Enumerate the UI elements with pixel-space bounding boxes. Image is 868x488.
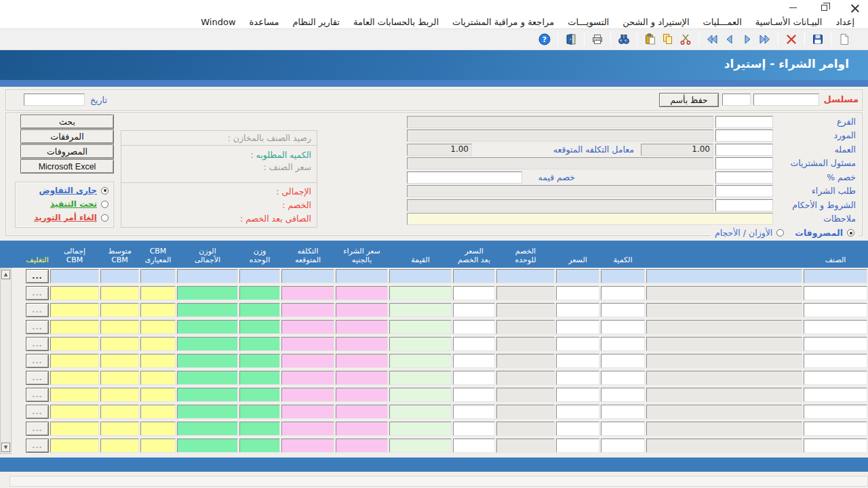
discount-value-input[interactable] (407, 171, 522, 184)
cell-total-weight[interactable] (177, 286, 238, 300)
cell-average-cbm[interactable] (100, 439, 139, 453)
cell-quantity[interactable] (601, 405, 645, 419)
cell-total-cbm[interactable] (50, 286, 99, 300)
cell-total-weight[interactable] (177, 388, 238, 402)
cell-price-after-discount[interactable] (453, 405, 495, 419)
cell-quantity[interactable] (601, 303, 645, 317)
cell-unit-discount[interactable] (496, 269, 555, 283)
cell-average-cbm[interactable] (100, 388, 139, 402)
purchase-request-input[interactable] (715, 185, 773, 197)
cell-price-after-discount[interactable] (453, 286, 495, 300)
cell-item-name[interactable] (646, 303, 802, 317)
radio-weights-icon[interactable] (776, 229, 784, 237)
cell-total-weight[interactable] (177, 422, 238, 436)
cell-total-weight[interactable] (177, 303, 238, 317)
menu-settlements[interactable]: التسويـــات (561, 17, 616, 27)
cell-unit-discount[interactable] (496, 337, 555, 351)
cell-value[interactable] (389, 388, 452, 402)
cell-total-cbm[interactable] (50, 269, 99, 283)
terms-input[interactable] (715, 199, 773, 211)
cell-unit-weight[interactable] (239, 303, 280, 317)
grid-header-unit-discount[interactable]: الخصمللوحده (496, 241, 555, 268)
cell-expected-cost[interactable] (281, 405, 334, 419)
packaging-ellipsis-button[interactable]: ... (26, 422, 49, 436)
scroll-up-button[interactable]: ▲ (1, 270, 10, 279)
cell-total-cbm[interactable] (50, 320, 99, 334)
cell-purchase-price-egp[interactable] (336, 422, 388, 436)
cell-value[interactable] (389, 422, 452, 436)
cell-item[interactable] (804, 405, 867, 419)
save-button[interactable] (809, 31, 827, 47)
cell-price[interactable] (556, 354, 599, 368)
packaging-ellipsis-button[interactable]: ... (26, 337, 49, 351)
date-input[interactable] (24, 94, 85, 106)
cell-standard-cbm[interactable] (140, 371, 176, 385)
cell-purchase-price-egp[interactable] (336, 371, 388, 385)
cell-value[interactable] (389, 371, 452, 385)
cell-unit-discount[interactable] (496, 422, 555, 436)
cell-unit-weight[interactable] (239, 354, 280, 368)
cell-standard-cbm[interactable] (140, 286, 176, 300)
notes-field[interactable] (407, 213, 773, 225)
copy-button[interactable] (659, 31, 677, 47)
cell-expected-cost[interactable] (281, 388, 334, 402)
cell-total-weight[interactable] (177, 320, 238, 334)
cell-value[interactable] (389, 354, 452, 368)
cell-price-after-discount[interactable] (453, 371, 495, 385)
cell-total-weight[interactable] (177, 354, 238, 368)
packaging-ellipsis-button[interactable]: ... (26, 269, 49, 283)
cell-expected-cost[interactable] (281, 439, 334, 453)
cell-item[interactable] (804, 269, 867, 283)
cell-expected-cost[interactable] (281, 303, 334, 317)
cell-total-cbm[interactable] (50, 337, 99, 351)
purchasing-officer-input[interactable] (715, 157, 773, 169)
cell-average-cbm[interactable] (100, 354, 139, 368)
packaging-ellipsis-button[interactable]: ... (26, 354, 49, 368)
radio-negotiating-icon[interactable] (101, 187, 108, 195)
save-as-button[interactable]: حفظ بأسم (659, 93, 719, 107)
menu-operations[interactable]: العمـــليات (696, 17, 749, 27)
cell-item-name[interactable] (646, 320, 802, 334)
cell-purchase-price-egp[interactable] (336, 405, 388, 419)
status-negotiating-label[interactable]: جارى التفاوض (39, 186, 98, 195)
grid-header-expected-cost[interactable]: التكلفهالمتوقعه (281, 241, 334, 268)
cell-purchase-price-egp[interactable] (336, 439, 388, 453)
attachments-button[interactable]: المرفقات (20, 129, 114, 144)
packaging-ellipsis-button[interactable]: ... (26, 405, 49, 419)
minimize-button[interactable] (787, 2, 799, 13)
cell-average-cbm[interactable] (100, 405, 139, 419)
cell-total-weight[interactable] (177, 337, 238, 351)
cell-expected-cost[interactable] (281, 320, 334, 334)
cell-item-name[interactable] (646, 337, 802, 351)
cell-price[interactable] (556, 405, 599, 419)
cell-unit-weight[interactable] (239, 371, 280, 385)
previous-record-button[interactable] (721, 31, 738, 47)
cell-unit-weight[interactable] (239, 439, 280, 453)
radio-expenses-icon[interactable] (847, 229, 854, 237)
cell-item[interactable] (804, 371, 867, 385)
serial-index-input[interactable] (722, 94, 751, 106)
cell-purchase-price-egp[interactable] (336, 320, 388, 334)
cell-quantity[interactable] (601, 286, 645, 300)
menu-basic-data[interactable]: البيـانات الأسـاسية (749, 17, 829, 27)
status-option-in-progress[interactable]: تحت التنفيذ (18, 199, 108, 209)
status-option-cancel-order[interactable]: إلغاء أمر التوريد (18, 213, 108, 222)
tab-weights-volumes[interactable]: الأوزان / الأحجام (715, 228, 784, 238)
cell-purchase-price-egp[interactable] (336, 269, 388, 283)
cell-item[interactable] (804, 320, 867, 334)
cell-price-after-discount[interactable] (453, 388, 495, 402)
menu-setup[interactable]: إعداد (829, 17, 861, 27)
cell-total-weight[interactable] (177, 405, 238, 419)
cell-item[interactable] (804, 354, 867, 368)
cell-item[interactable] (804, 422, 867, 436)
cell-purchase-price-egp[interactable] (336, 354, 388, 368)
cell-price-after-discount[interactable] (453, 439, 495, 453)
radio-cancel-order-icon[interactable] (101, 214, 108, 222)
cell-unit-discount[interactable] (496, 371, 555, 385)
cell-expected-cost[interactable] (281, 354, 334, 368)
cell-unit-weight[interactable] (239, 405, 280, 419)
cell-quantity[interactable] (601, 320, 645, 334)
cell-standard-cbm[interactable] (140, 439, 176, 453)
cell-quantity[interactable] (601, 388, 645, 402)
cell-value[interactable] (389, 269, 452, 283)
